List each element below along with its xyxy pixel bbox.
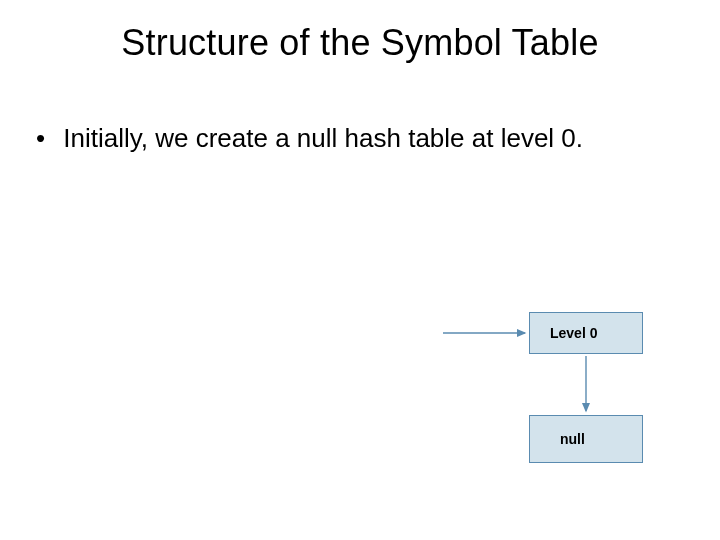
level-node: Level 0 <box>529 312 643 354</box>
bullet-text: Initially, we create a null hash table a… <box>63 122 683 155</box>
level-node-label: Level 0 <box>550 325 597 341</box>
bullet-marker-icon: • <box>36 122 56 155</box>
null-node: null <box>529 415 643 463</box>
null-node-label: null <box>560 431 585 447</box>
bullet-item: • Initially, we create a null hash table… <box>36 122 684 155</box>
slide: Structure of the Symbol Table • Initiall… <box>0 0 720 540</box>
slide-title: Structure of the Symbol Table <box>0 22 720 64</box>
